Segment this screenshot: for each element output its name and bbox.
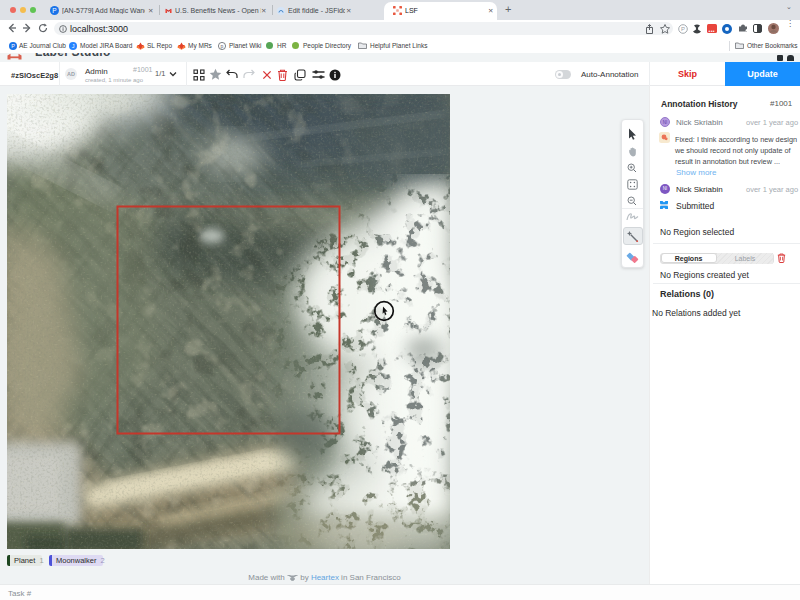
svg-text:J: J	[72, 43, 75, 49]
svg-text:p: p	[221, 43, 224, 49]
svg-text:P: P	[11, 43, 15, 49]
svg-text:P: P	[681, 26, 685, 32]
svg-text:P: P	[52, 7, 56, 14]
